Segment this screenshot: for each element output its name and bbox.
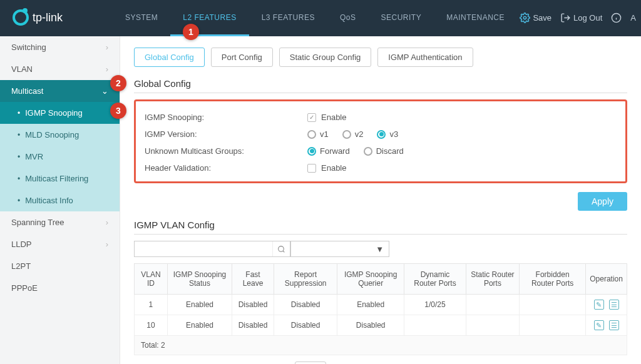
chevron-right-icon: ›	[106, 218, 108, 227]
table-cell	[404, 315, 466, 336]
apply-button[interactable]: Apply	[578, 192, 627, 211]
chevron-right-icon: ›	[106, 64, 108, 74]
search-icon	[277, 245, 285, 253]
table-cell: ✎☰	[586, 295, 627, 315]
table-header: VLAN ID	[135, 264, 168, 295]
info-letter: A	[630, 13, 636, 23]
nav-security[interactable]: SECURITY	[368, 0, 434, 35]
sidebar-item-label: PPPoE	[11, 283, 38, 293]
sidebar-item-l2pt[interactable]: L2PT	[0, 255, 120, 277]
tab-igmp-auth[interactable]: IGMP Authentication	[377, 48, 473, 67]
table-cell: 1/0/25	[404, 295, 466, 315]
sidebar-item-spanning[interactable]: Spanning Tree›	[0, 211, 120, 233]
section-global-config: Global Config	[134, 78, 627, 93]
label-unknown-mc: Unknown Multicast Groups:	[145, 146, 307, 156]
nav-system[interactable]: SYSTEM	[113, 0, 170, 35]
table-row[interactable]: 10EnabledDisabledDisabledDisabled✎☰	[135, 315, 627, 336]
sidebar-item-multicast[interactable]: Multicast⌄	[0, 80, 120, 102]
table-header: Static Router Ports	[466, 264, 519, 295]
logo-text: tp-link	[33, 11, 63, 24]
edit-icon[interactable]: ✎	[594, 300, 604, 310]
tab-bar: Global Config Port Config Static Group C…	[134, 48, 627, 67]
chevron-right-icon: ›	[106, 43, 108, 52]
svg-point-4	[279, 246, 284, 251]
radio-v2[interactable]: v2	[342, 129, 364, 139]
logout-label: Log Out	[573, 13, 602, 23]
opt-enable: Enable	[321, 163, 346, 173]
table-header: Forbidden Router Ports	[519, 264, 585, 295]
label-igmp-version: IGMP Version:	[145, 129, 307, 139]
sidebar-item-vlan[interactable]: VLAN›	[0, 58, 120, 80]
svg-point-0	[524, 16, 526, 19]
section-vlan-config: IGMP VLAN Config	[134, 220, 627, 235]
table-cell: 10	[135, 315, 168, 336]
sidebar-sub-mvr[interactable]: MVR	[0, 146, 120, 168]
chevron-down-icon: ⌄	[101, 86, 108, 96]
vlan-table: VLAN IDIGMP Snooping StatusFast LeaveRep…	[134, 263, 627, 355]
logout-icon	[560, 13, 571, 23]
sidebar-item-pppoe[interactable]: PPPoE	[0, 277, 120, 299]
table-cell	[519, 295, 585, 315]
radio-discard[interactable]: Discard	[364, 146, 404, 156]
tab-static-group[interactable]: Static Group Config	[279, 48, 371, 67]
table-cell: Enabled	[337, 295, 404, 315]
sidebar-item-label: Multicast	[11, 86, 43, 96]
save-button[interactable]: Save	[520, 13, 551, 23]
logo: tp-link	[0, 9, 113, 26]
sidebar-sub-igmp-snooping[interactable]: IGMP Snooping	[0, 102, 120, 124]
filter-dropdown[interactable]: ▼	[290, 241, 389, 257]
sidebar-item-label: LLDP	[11, 240, 32, 249]
table-cell	[519, 315, 585, 336]
table-cell: Enabled	[167, 315, 232, 336]
detail-icon[interactable]: ☰	[609, 300, 619, 310]
sidebar-item-switching[interactable]: Switching›	[0, 36, 120, 58]
table-cell: Disabled	[232, 295, 274, 315]
nav-l2[interactable]: L2 FEATURES	[170, 0, 249, 35]
radio-v3[interactable]: v3	[377, 129, 398, 139]
gear-icon	[520, 13, 530, 23]
table-cell: Disabled	[232, 315, 274, 336]
chevron-down-icon: ▼	[376, 245, 384, 254]
top-nav: SYSTEM L2 FEATURES L3 FEATURES QoS SECUR…	[113, 0, 517, 35]
sidebar-sub-multicast-info[interactable]: Multicast Info	[0, 190, 120, 211]
sidebar-sub-mld-snooping[interactable]: MLD Snooping	[0, 124, 120, 146]
sidebar-item-label: L2PT	[11, 261, 31, 271]
radio-forward[interactable]: Forward	[307, 146, 350, 156]
table-total: Total: 2	[135, 336, 627, 355]
svg-line-5	[283, 251, 284, 252]
table-cell: Disabled	[274, 295, 337, 315]
nav-l3[interactable]: L3 FEATURES	[249, 0, 327, 35]
table-header: Report Suppression	[274, 264, 337, 295]
table-header: Operation	[586, 264, 627, 295]
table-header: Fast Leave	[232, 264, 274, 295]
page-size-select[interactable]: 100▾	[295, 361, 326, 364]
label-header-validation: Header Validation:	[145, 163, 307, 173]
search-input[interactable]	[135, 241, 272, 256]
info-icon[interactable]	[611, 13, 622, 23]
table-header: Dynamic Router Ports	[404, 264, 466, 295]
table-cell: 1	[135, 295, 168, 315]
edit-icon[interactable]: ✎	[594, 320, 604, 330]
table-cell: Disabled	[337, 315, 404, 336]
sidebar-item-lldp[interactable]: LLDP›	[0, 233, 120, 255]
checkbox-igmp-snooping[interactable]: ✓	[307, 113, 316, 122]
chevron-right-icon: ›	[106, 240, 108, 249]
logout-button[interactable]: Log Out	[560, 13, 602, 23]
global-config-form: IGMP Snooping: ✓ Enable IGMP Version: v1…	[134, 99, 627, 183]
nav-qos[interactable]: QoS	[327, 0, 369, 35]
save-label: Save	[533, 13, 551, 23]
sidebar-item-label: Spanning Tree	[11, 218, 64, 227]
checkbox-header-validation[interactable]	[307, 164, 316, 173]
sidebar-sub-multicast-filtering[interactable]: Multicast Filtering	[0, 168, 120, 190]
table-cell	[466, 295, 519, 315]
tab-global-config[interactable]: Global Config	[134, 48, 205, 67]
table-header: IGMP Snooping Querier	[337, 264, 404, 295]
logo-icon	[13, 9, 29, 26]
nav-maintenance[interactable]: MAINTENANCE	[434, 0, 517, 35]
table-row[interactable]: 1EnabledDisabledDisabledEnabled1/0/25✎☰	[135, 295, 627, 315]
search-button[interactable]	[272, 241, 290, 256]
radio-v1[interactable]: v1	[307, 129, 329, 139]
callout-1: 1	[183, 24, 199, 40]
tab-port-config[interactable]: Port Config	[211, 48, 273, 67]
detail-icon[interactable]: ☰	[609, 320, 619, 330]
